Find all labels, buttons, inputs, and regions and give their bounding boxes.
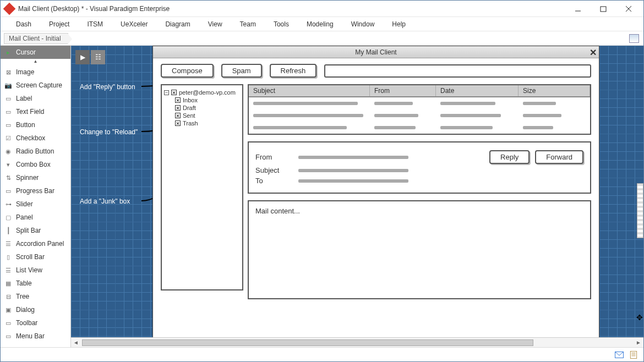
annotation-reload[interactable]: Change to "Reload" (80, 128, 138, 136)
table-row[interactable] (249, 97, 590, 109)
tree-icon: ⊟ (4, 293, 13, 300)
col-date[interactable]: Date (436, 85, 519, 96)
palette-label: Tree (16, 293, 29, 300)
diagram-canvas[interactable]: ▶ ☷ Add "Reply" button Change to "Reload… (71, 46, 643, 337)
note-icon[interactable] (629, 351, 638, 359)
titlebar: Mail Client (Desktop) * - Visual Paradig… (1, 1, 643, 17)
palette-table[interactable]: ▦Table (1, 277, 70, 290)
tree-trash[interactable]: Trash (183, 120, 198, 127)
palette-tree[interactable]: ⊟Tree (1, 290, 70, 303)
palette-collapse-icon[interactable]: ▲ (1, 59, 70, 65)
canvas-overview-icon[interactable]: ☷ (91, 50, 105, 64)
palette-combo-box[interactable]: ▾Combo Box (1, 158, 70, 171)
search-input[interactable] (324, 64, 591, 78)
scroll-left-icon[interactable]: ◄ (71, 339, 81, 345)
table-row[interactable] (249, 122, 590, 134)
menu-modeling[interactable]: Modeling (298, 18, 342, 30)
palette-split-bar[interactable]: ┃Split Bar (1, 224, 70, 237)
menu-team[interactable]: Team (231, 18, 265, 30)
menu-view[interactable]: View (199, 18, 231, 30)
palette-label[interactable]: ▭Label (1, 92, 70, 105)
menu-project[interactable]: Project (40, 18, 78, 30)
wireframe-frame[interactable]: My Mail Client ✕ Compose Spam Refresh − (152, 46, 599, 337)
maximize-button[interactable] (591, 1, 616, 17)
table-row[interactable] (249, 109, 590, 122)
folder-icon (175, 105, 181, 111)
minimize-button[interactable] (565, 1, 591, 17)
palette-label: Label (16, 95, 32, 102)
palette-panel[interactable]: ▢Panel (1, 211, 70, 224)
palette-menu-bar[interactable]: ▭Menu Bar (1, 330, 70, 343)
breadcrumb[interactable]: Mail Client - Initial (4, 33, 68, 44)
mail-icon[interactable] (615, 351, 624, 359)
to-value (298, 179, 408, 183)
menu-uexceler[interactable]: UeXceler (112, 18, 156, 30)
palette-label: Progress Bar (16, 187, 54, 195)
palette-button[interactable]: ▭Button (1, 118, 70, 131)
horizontal-scrollbar[interactable]: ◄ ► (71, 337, 643, 347)
tree-sent[interactable]: Sent (183, 112, 195, 119)
palette-list-view[interactable]: ☰List View (1, 264, 70, 277)
spinner-icon: ⇅ (4, 174, 13, 182)
canvas-play-icon[interactable]: ▶ (75, 50, 90, 64)
dialog-icon: ▣ (4, 306, 13, 314)
menu-itsm[interactable]: ITSM (78, 18, 112, 30)
folder-tree[interactable]: −peter@demo-vp.com Inbox Draft Sent Tras… (161, 84, 243, 290)
palette-scroll-bar[interactable]: ▯Scroll Bar (1, 250, 70, 264)
palette-dialog[interactable]: ▣Dialog (1, 303, 70, 316)
tool-palette: ▸Cursor ▲ ⊠Image 📷Screen Capture ▭Label … (1, 46, 71, 347)
menu-tools[interactable]: Tools (265, 18, 298, 30)
annotation-reply[interactable]: Add "Reply" button (80, 83, 135, 91)
label-from: From (255, 153, 288, 161)
refresh-button[interactable]: Refresh (270, 64, 317, 78)
palette-label: Dialog (16, 306, 35, 314)
palette-slider[interactable]: ⊶Slider (1, 198, 70, 211)
message-content-pane[interactable]: Mail content... (248, 200, 591, 299)
palette-image[interactable]: ⊠Image (1, 65, 70, 79)
col-subject[interactable]: Subject (249, 85, 370, 96)
status-bar (1, 347, 643, 361)
radio-icon: ◉ (4, 147, 13, 155)
perspective-icon[interactable] (629, 34, 639, 43)
textfield-icon: ▭ (4, 108, 13, 116)
menu-window[interactable]: Window (342, 18, 384, 30)
menu-dash[interactable]: Dash (7, 18, 40, 30)
menu-diagram[interactable]: Diagram (156, 18, 199, 30)
col-from[interactable]: From (370, 85, 436, 96)
col-size[interactable]: Size (519, 85, 590, 96)
palette-toolbar[interactable]: ▭Toolbar (1, 316, 70, 330)
palette-label: Toolbar (16, 319, 37, 327)
tree-draft[interactable]: Draft (183, 105, 196, 111)
palette-checkbox[interactable]: ☑Checkbox (1, 131, 70, 145)
folder-icon (171, 90, 177, 95)
mail-list-table[interactable]: Subject From Date Size (248, 84, 591, 135)
annotation-junk[interactable]: Add a "Junk" box (80, 198, 130, 205)
wireframe-close-icon[interactable]: ✕ (590, 47, 597, 58)
app-logo-icon (3, 2, 16, 15)
compose-button[interactable]: Compose (161, 64, 214, 78)
spam-button[interactable]: Spam (221, 64, 262, 78)
camera-icon: 📷 (4, 81, 13, 89)
folder-icon (175, 120, 181, 126)
palette-progress-bar[interactable]: ▭Progress Bar (1, 184, 70, 198)
palette-cursor[interactable]: ▸Cursor (1, 46, 70, 59)
splitbar-icon: ┃ (4, 227, 13, 234)
reply-button[interactable]: Reply (489, 150, 530, 164)
palette-label: Cursor (16, 48, 36, 56)
menu-help[interactable]: Help (383, 18, 414, 30)
breadcrumb-bar: Mail Client - Initial (1, 31, 643, 46)
palette-label: Text Field (16, 108, 44, 116)
palette-radio-button[interactable]: ◉Radio Button (1, 145, 70, 158)
palette-screen-capture[interactable]: 📷Screen Capture (1, 79, 70, 92)
scroll-right-icon[interactable]: ► (634, 339, 643, 345)
label-icon: ▭ (4, 95, 13, 102)
tree-inbox[interactable]: Inbox (183, 97, 198, 103)
palette-label: Screen Capture (16, 81, 62, 89)
palette-spinner[interactable]: ⇅Spinner (1, 171, 70, 184)
forward-button[interactable]: Forward (535, 150, 583, 164)
close-button[interactable] (616, 1, 641, 17)
palette-accordion-panel[interactable]: ☰Accordion Panel (1, 237, 70, 250)
scroll-thumb[interactable] (82, 339, 533, 346)
tree-collapse-icon[interactable]: − (164, 90, 169, 95)
palette-text-field[interactable]: ▭Text Field (1, 105, 70, 118)
